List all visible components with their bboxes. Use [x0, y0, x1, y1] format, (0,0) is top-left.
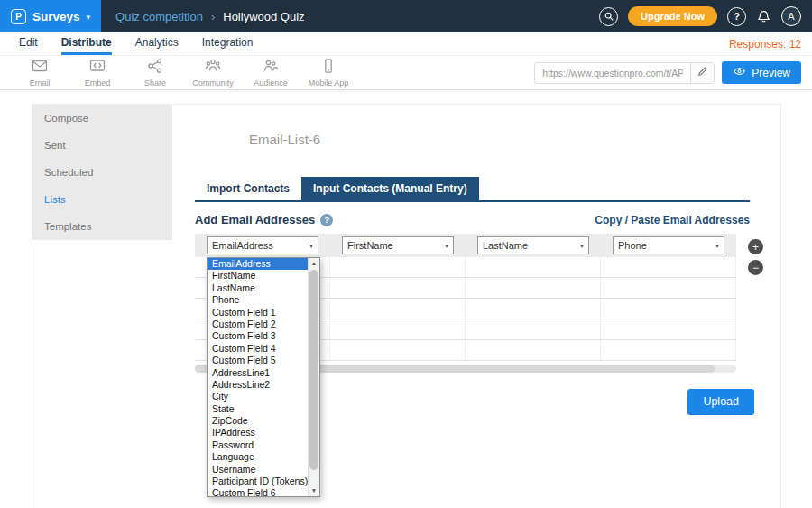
email-distribution-content: Compose Sent Scheduled Lists Templates E… — [32, 104, 781, 508]
dropdown-option[interactable]: ZipCode — [208, 415, 308, 427]
dropdown-option[interactable]: City — [208, 391, 308, 402]
lastname-cell[interactable] — [466, 319, 601, 339]
lastname-cell[interactable] — [466, 257, 601, 277]
toolbar-item-label: Audience — [254, 79, 288, 88]
help-tooltip-icon[interactable]: ? — [320, 214, 333, 226]
preview-label: Preview — [752, 67, 790, 79]
column-select-value: EmailAddress — [212, 240, 273, 251]
dropdown-option[interactable]: Custom Field 4 — [208, 343, 308, 355]
phone-cell[interactable] — [601, 278, 736, 298]
sidebar-item-templates[interactable]: Templates — [32, 213, 172, 240]
add-email-header-row: Add Email Addresses ? Copy / Paste Email… — [195, 213, 750, 226]
chevron-down-icon: ▾ — [715, 242, 719, 250]
dropdown-option[interactable]: Custom Field 6 — [208, 487, 308, 496]
tab-analytics[interactable]: Analytics — [135, 32, 179, 55]
upgrade-button[interactable]: Upgrade Now — [628, 6, 717, 26]
column-header: LastName ▾ — [466, 236, 601, 254]
edit-url-button[interactable] — [690, 63, 714, 83]
survey-url-input[interactable] — [535, 68, 690, 79]
responses-count[interactable]: Responses: 12 — [729, 38, 805, 51]
embed-icon — [88, 58, 106, 78]
phone-cell[interactable] — [601, 257, 736, 277]
dropdown-option[interactable]: Language — [208, 451, 308, 463]
dropdown-option[interactable]: EmailAddress — [208, 258, 308, 270]
column-select-firstname[interactable]: FirstName ▾ — [342, 236, 454, 254]
column-select-email[interactable]: EmailAddress ▾ — [207, 236, 318, 254]
column-header: FirstName ▾ — [330, 236, 466, 254]
dropdown-scrollbar-thumb[interactable] — [309, 270, 318, 470]
surveys-menu-button[interactable]: P Surveys ▾ — [0, 0, 101, 32]
firstname-cell[interactable] — [330, 278, 466, 298]
dropdown-option[interactable]: Participant ID (Tokens) — [208, 476, 308, 487]
firstname-cell[interactable] — [330, 319, 466, 339]
lastname-cell[interactable] — [466, 278, 601, 298]
lists-panel: Email-List-6 Import Contacts Input Conta… — [172, 105, 780, 508]
app-root: P Surveys ▾ Quiz competition › Hollywood… — [0, 0, 812, 508]
dropdown-option[interactable]: AddressLine2 — [208, 379, 308, 391]
preview-button[interactable]: Preview — [722, 61, 801, 84]
dropdown-option[interactable]: AddressLine1 — [208, 367, 308, 379]
toolbar-share-button[interactable]: Share — [126, 58, 184, 88]
add-email-heading-group: Add Email Addresses ? — [195, 213, 333, 226]
topbar: P Surveys ▾ Quiz competition › Hollywood… — [0, 0, 812, 32]
firstname-cell[interactable] — [330, 257, 466, 277]
copy-paste-link[interactable]: Copy / Paste Email Addresses — [595, 214, 750, 226]
sidebar-item-sent[interactable]: Sent — [32, 132, 172, 159]
avatar[interactable]: A — [781, 6, 801, 26]
sidebar-item-compose[interactable]: Compose — [32, 105, 172, 132]
eye-icon — [733, 66, 746, 79]
dropdown-option[interactable]: Custom Field 3 — [208, 330, 308, 342]
scroll-down-icon[interactable]: ▼ — [309, 485, 319, 496]
sidebar-item-scheduled[interactable]: Scheduled — [32, 159, 172, 186]
toolbar-right: Preview — [534, 61, 801, 84]
remove-row-button[interactable]: − — [748, 260, 763, 275]
page-title: Email-List-6 — [249, 132, 780, 147]
tab-input-contacts-manual[interactable]: Input Contacts (Manual Entry) — [301, 177, 479, 200]
phone-cell[interactable] — [601, 319, 736, 339]
toolbar-email-button[interactable]: Email — [11, 58, 69, 88]
toolbar-community-button[interactable]: Community — [184, 58, 242, 88]
firstname-cell[interactable] — [330, 299, 466, 319]
dropdown-option[interactable]: Username — [208, 464, 308, 476]
notifications-bell-icon[interactable] — [756, 9, 771, 23]
sidebar-item-lists[interactable]: Lists — [32, 186, 172, 213]
tab-distribute[interactable]: Distribute — [61, 32, 112, 55]
dropdown-option[interactable]: Password — [208, 439, 308, 451]
tab-edit[interactable]: Edit — [19, 32, 38, 55]
lastname-cell[interactable] — [466, 299, 601, 319]
column-select-lastname[interactable]: LastName ▾ — [477, 236, 589, 254]
dropdown-option[interactable]: State — [208, 403, 308, 415]
brand-label: Surveys — [32, 10, 80, 23]
dropdown-option[interactable]: Phone — [208, 294, 308, 306]
help-icon[interactable]: ? — [727, 7, 746, 26]
column-select-value: Phone — [618, 240, 647, 251]
search-icon[interactable] — [599, 7, 618, 26]
table-header-row: EmailAddress ▾ FirstName ▾ LastName — [195, 234, 736, 257]
dropdown-scrollbar[interactable]: ▲ ▼ — [308, 258, 319, 496]
phone-cell[interactable] — [601, 299, 736, 319]
dropdown-options-list: EmailAddressFirstNameLastNamePhoneCustom… — [208, 258, 308, 496]
column-header: Phone ▾ — [601, 236, 736, 254]
upload-button[interactable]: Upload — [687, 389, 754, 414]
toolbar-embed-button[interactable]: Embed — [69, 58, 126, 88]
breadcrumb-survey-name[interactable]: Quiz competition — [115, 10, 203, 23]
dropdown-option[interactable]: Custom Field 2 — [208, 319, 308, 330]
topbar-actions: Upgrade Now ? A — [599, 6, 812, 26]
phone-cell[interactable] — [601, 340, 736, 360]
toolbar-audience-button[interactable]: Audience — [242, 58, 300, 88]
dropdown-option[interactable]: IPAddress — [208, 427, 308, 439]
column-select-phone[interactable]: Phone ▾ — [613, 236, 724, 254]
dropdown-option[interactable]: LastName — [208, 282, 308, 294]
dropdown-option[interactable]: FirstName — [208, 270, 308, 282]
toolbar-mobile-app-button[interactable]: Mobile App — [300, 58, 357, 88]
breadcrumb-current-page: Hollywood Quiz — [223, 10, 304, 23]
add-row-button[interactable]: + — [748, 239, 763, 254]
tab-import-contacts[interactable]: Import Contacts — [195, 177, 301, 200]
lastname-cell[interactable] — [466, 340, 601, 360]
dropdown-option[interactable]: Custom Field 5 — [208, 355, 308, 366]
column-select-value: FirstName — [347, 240, 393, 251]
firstname-cell[interactable] — [330, 340, 466, 360]
tab-integration[interactable]: Integration — [202, 32, 254, 55]
scroll-up-icon[interactable]: ▲ — [309, 258, 319, 269]
dropdown-option[interactable]: Custom Field 1 — [208, 307, 308, 319]
